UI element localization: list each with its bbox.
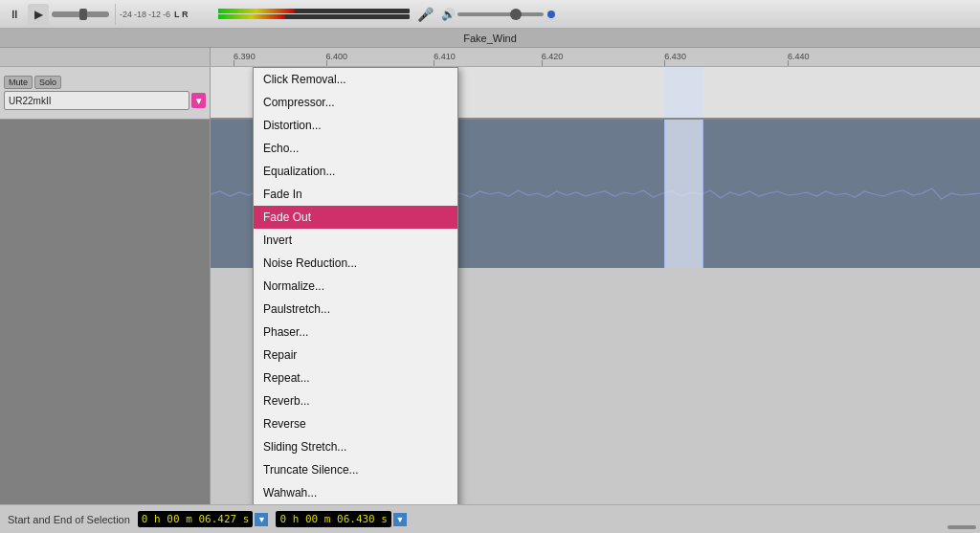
track-info: Mute Solo UR22mkII ▼ <box>4 76 206 110</box>
ruler-spacer <box>0 48 211 66</box>
menu-item-truncate-silence---[interactable]: Truncate Silence... <box>254 458 457 481</box>
device-select[interactable]: UR22mkII <box>4 91 189 110</box>
ruler-tick-line <box>434 60 434 66</box>
menu-item-paulstretch---[interactable]: Paulstretch... <box>254 298 457 321</box>
device-arrow-button[interactable]: ▼ <box>191 93 206 108</box>
menu-item-normalize---[interactable]: Normalize... <box>254 275 457 298</box>
menu-item-noise-reduction---[interactable]: Noise Reduction... <box>254 252 457 275</box>
ruler-tick-line <box>664 60 665 66</box>
menu-item-repeat---[interactable]: Repeat... <box>254 366 457 389</box>
solo-button[interactable]: Solo <box>34 76 61 89</box>
volume-slider[interactable] <box>457 12 544 16</box>
menu-item-reverb---[interactable]: Reverb... <box>254 389 457 412</box>
transport-pause-button[interactable]: ⏸ <box>4 4 25 25</box>
start-time-down-button[interactable]: ▼ <box>255 513 268 526</box>
track-control-panel: Mute Solo UR22mkII ▼ <box>0 67 210 120</box>
ruler-tick-line <box>542 60 543 66</box>
ruler-tick-label: 6.410 <box>434 52 456 61</box>
menu-item-compressor---[interactable]: Compressor... <box>254 91 457 114</box>
speaker-icon: 🔊 <box>441 8 456 21</box>
track-lower-panel <box>0 120 210 504</box>
ruler-tick-label: 6.420 <box>542 52 564 61</box>
track-buttons: Mute Solo <box>4 76 206 89</box>
mic-icon: 🎤 <box>417 7 434 22</box>
db-label-neg6: -6 <box>163 10 170 19</box>
lr-label: L R <box>174 10 188 19</box>
ruler-tick-line <box>788 60 789 66</box>
scroll-indicator <box>947 525 976 529</box>
timeline-ruler: 6.3906.4006.4106.4206.4306.440 <box>0 48 980 67</box>
end-time-down-button[interactable]: ▼ <box>393 513 407 526</box>
volume-slider-container[interactable]: 🔊 <box>441 8 556 21</box>
toolbar: ⏸ ▶ -24 -18 -12 -6 L R 🎤 <box>0 0 980 29</box>
device-row: UR22mkII ▼ <box>4 91 206 110</box>
dropdown-menu: Click Removal...Compressor...Distortion.… <box>253 67 458 504</box>
waveform-area: Click Removal...Compressor...Distortion.… <box>211 67 980 504</box>
menu-item-wahwah---[interactable]: Wahwah... <box>254 481 457 504</box>
menu-item-sliding-stretch---[interactable]: Sliding Stretch... <box>254 435 457 458</box>
end-time: 0 h 00 m 06.430 s <box>276 511 391 527</box>
start-time-display: 0 h 00 m 06.427 s ▼ <box>138 511 269 527</box>
ruler-tick-line <box>234 60 234 66</box>
end-time-display: 0 h 00 m 06.430 s ▼ <box>276 511 407 527</box>
db-label-neg24: -24 <box>120 10 132 19</box>
ruler-tick-label: 6.390 <box>234 52 256 61</box>
menu-item-echo---[interactable]: Echo... <box>254 137 457 160</box>
toolbar-left-section: ⏸ ▶ -24 -18 -12 -6 L R <box>4 4 214 25</box>
main-area: Mute Solo UR22mkII ▼ <box>0 67 980 504</box>
ruler-tick-line <box>326 60 327 66</box>
volume-dot <box>547 11 555 18</box>
ruler-ticks: 6.3906.4006.4106.4206.4306.440 <box>211 48 980 66</box>
transport-play-button[interactable]: ▶ <box>28 4 49 25</box>
db-label-neg18: -18 <box>134 10 146 19</box>
selection-highlight-upper <box>664 67 702 118</box>
mute-button[interactable]: Mute <box>4 76 33 89</box>
menu-item-fade-out[interactable]: Fade Out <box>254 206 457 229</box>
menu-item-phaser---[interactable]: Phaser... <box>254 321 457 344</box>
track-title-bar: Fake_Wind <box>0 29 980 48</box>
menu-item-repair[interactable]: Repair <box>254 344 457 366</box>
toolbar-right-section: 🎤 🔊 <box>218 7 976 22</box>
ruler-tick-label: 6.430 <box>664 52 686 61</box>
menu-item-equalization---[interactable]: Equalization... <box>254 160 457 183</box>
selection-region <box>664 120 702 268</box>
db-label-neg12: -12 <box>148 10 161 19</box>
menu-item-click-removal---[interactable]: Click Removal... <box>254 68 457 91</box>
track-controls: Mute Solo UR22mkII ▼ <box>0 67 211 504</box>
ruler-tick-label: 6.400 <box>326 52 348 61</box>
track-title: Fake_Wind <box>463 33 517 44</box>
menu-item-distortion---[interactable]: Distortion... <box>254 114 457 137</box>
ruler-tick-label: 6.440 <box>788 52 810 61</box>
menu-item-reverse[interactable]: Reverse <box>254 412 457 435</box>
selection-label: Start and End of Selection <box>8 514 130 525</box>
start-time: 0 h 00 m 06.427 s <box>138 511 254 527</box>
status-bar: Start and End of Selection 0 h 00 m 06.4… <box>0 504 980 533</box>
menu-item-invert[interactable]: Invert <box>254 229 457 252</box>
menu-item-fade-in[interactable]: Fade In <box>254 183 457 206</box>
